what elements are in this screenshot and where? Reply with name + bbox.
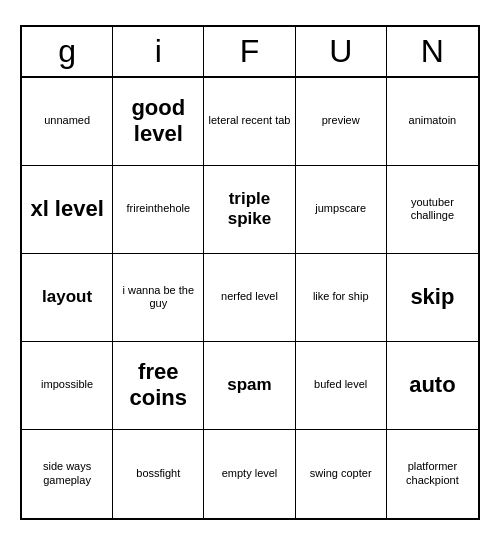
bingo-cell-r1-c3: jumpscare — [296, 166, 387, 254]
bingo-cell-r0-c0: unnamed — [22, 78, 113, 166]
bingo-cell-r4-c3: swing copter — [296, 430, 387, 518]
bingo-cell-r3-c2: spam — [204, 342, 295, 430]
bingo-cell-r4-c1: bossfight — [113, 430, 204, 518]
header-col-u: U — [296, 27, 387, 76]
header-col-i: i — [113, 27, 204, 76]
bingo-cell-r1-c2: triple spike — [204, 166, 295, 254]
bingo-cell-r2-c3: like for ship — [296, 254, 387, 342]
bingo-cell-r0-c2: leteral recent tab — [204, 78, 295, 166]
header-col-g: g — [22, 27, 113, 76]
bingo-cell-r1-c4: youtuber challinge — [387, 166, 478, 254]
bingo-cell-r2-c0: layout — [22, 254, 113, 342]
header-col-f: F — [204, 27, 295, 76]
bingo-header: giFUN — [22, 27, 478, 78]
bingo-cell-r4-c4: platformer chackpiont — [387, 430, 478, 518]
bingo-cell-r2-c1: i wanna be the guy — [113, 254, 204, 342]
bingo-cell-r3-c1: free coins — [113, 342, 204, 430]
bingo-cell-r2-c4: skip — [387, 254, 478, 342]
header-col-n: N — [387, 27, 478, 76]
bingo-cell-r1-c1: frireinthehole — [113, 166, 204, 254]
bingo-cell-r1-c0: xl level — [22, 166, 113, 254]
bingo-cell-r3-c0: impossible — [22, 342, 113, 430]
bingo-cell-r0-c3: preview — [296, 78, 387, 166]
bingo-cell-r3-c4: auto — [387, 342, 478, 430]
bingo-cell-r0-c4: animatoin — [387, 78, 478, 166]
bingo-cell-r2-c2: nerfed level — [204, 254, 295, 342]
bingo-board: giFUN unnamedgood levelleteral recent ta… — [20, 25, 480, 520]
bingo-cell-r4-c2: empty level — [204, 430, 295, 518]
bingo-cell-r0-c1: good level — [113, 78, 204, 166]
bingo-cell-r4-c0: side ways gameplay — [22, 430, 113, 518]
bingo-cell-r3-c3: bufed level — [296, 342, 387, 430]
bingo-grid: unnamedgood levelleteral recent tabprevi… — [22, 78, 478, 518]
